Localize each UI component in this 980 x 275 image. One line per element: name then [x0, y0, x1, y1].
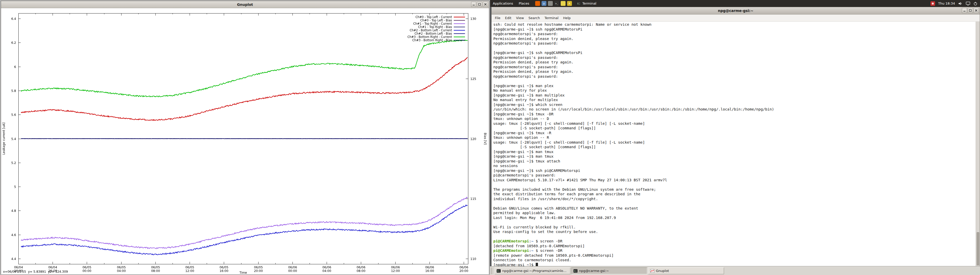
- menu-item-view[interactable]: View: [514, 15, 526, 21]
- terminal-scrollbar[interactable]: [976, 22, 980, 266]
- minimize-icon[interactable]: [471, 2, 476, 7]
- terminal-line: No manual entry for multiplex: [493, 98, 975, 102]
- terminal-line: the exact distribution terms for each pr…: [493, 192, 975, 197]
- taskbar-window-label: Gnuplot: [656, 269, 669, 273]
- terminal-line: [npg@carme-gsi ~]$ man tmux: [493, 150, 975, 154]
- legend-line-sample: [454, 16, 465, 18]
- legend-label: Ch#0 - Top Left - Bias: [420, 19, 452, 22]
- terminal-line: individual files in /usr/share/doc/*/cop…: [493, 197, 975, 201]
- terminal-line: [493, 201, 975, 206]
- terminal-line: Permission denied, please try again.: [493, 60, 975, 65]
- terminal-line: pi@CARMEmotorspi:~ $ screen -DR: [493, 239, 975, 244]
- menu-item-search[interactable]: Search: [526, 15, 542, 21]
- right-monitor: ApplicationsPlaces @>_A >_ Terminal Thu …: [490, 0, 980, 275]
- legend-line-sample: [454, 33, 465, 34]
- firefox-icon[interactable]: [535, 1, 540, 6]
- terminal-icon: >_: [573, 269, 578, 273]
- menu-item-file[interactable]: File: [493, 15, 503, 21]
- panel-menu-places[interactable]: Places: [516, 0, 532, 7]
- legend-entry: Ch#0 - Top Left - Current: [407, 15, 465, 19]
- terminal-line: The programs included with the Debian GN…: [493, 187, 975, 192]
- gnuplot-window: Gnuplot Ch#0 - Top Left - CurrentCh#0 - …: [1, 1, 489, 274]
- menu-item-terminal[interactable]: Terminal: [542, 15, 561, 21]
- terminal-line: [npg@carme-gsi ~]$ man tmux: [493, 154, 975, 159]
- minimize-icon[interactable]: [962, 8, 967, 13]
- legend-line-sample: [454, 40, 465, 41]
- taskbar-window-button[interactable]: Gnuplot: [648, 267, 724, 274]
- terminal-line: pi@CARMEmotorspi:~ $ screen -DR: [493, 248, 975, 253]
- legend-line-sample: [454, 23, 465, 24]
- taskbar-window-button[interactable]: >_npg@carme-gsi:~/Programs/caminlog...: [495, 267, 570, 274]
- gnuplot-titlebar[interactable]: Gnuplot: [1, 1, 489, 8]
- display-icon[interactable]: [966, 2, 970, 6]
- svg-text:>_: >_: [497, 270, 500, 272]
- panel-launchers: @>_A: [535, 1, 572, 6]
- terminal-line: [npg@carme-gsi ~]$ tmux -R: [493, 131, 975, 136]
- terminal-line: Last login: Mon May 6 19:41:08 2024 from…: [493, 215, 975, 220]
- terminal-titlebar[interactable]: npg@carme-gsi:~: [492, 7, 980, 14]
- legend-label: Ch#1 - Top Right - Bias: [418, 25, 452, 29]
- taskbar-handle[interactable]: [491, 268, 493, 274]
- terminal-icon: >_: [576, 2, 581, 5]
- power-icon[interactable]: [974, 2, 977, 6]
- legend-line-sample: [454, 20, 465, 21]
- menu-item-help[interactable]: Help: [561, 15, 573, 21]
- terminal-line: tmux: unknown option -- D: [493, 116, 975, 121]
- files-icon[interactable]: [548, 1, 553, 6]
- email-icon[interactable]: @: [542, 1, 546, 6]
- maximize-icon[interactable]: [968, 8, 973, 13]
- terminal-line: [npg@carme-gsi ~]$: [493, 262, 975, 266]
- legend-entry: Ch#1 - Top Right - Current: [407, 22, 465, 25]
- volume-icon[interactable]: [958, 2, 963, 6]
- taskbar-window-button[interactable]: >_npg@carme-gsi:~: [571, 267, 647, 274]
- terminal-line: [493, 220, 975, 225]
- terminal-window: npg@carme-gsi:~ FileEditViewSearchTermin…: [491, 7, 980, 266]
- svg-text:>_: >_: [577, 3, 580, 5]
- terminal-line: usage: tmux [-28lquvV] [-c shell-command…: [493, 121, 975, 126]
- terminal-launcher-icon[interactable]: >_: [554, 1, 559, 6]
- terminal-line: ssh: Could not resolve hostname carmemot…: [493, 22, 975, 27]
- legend-label: Ch#1 - Top Right - Current: [413, 22, 452, 25]
- legend-entry: Ch#1 - Top Right - Bias: [407, 25, 465, 28]
- terminal-line: [493, 182, 975, 187]
- terminal-line: Permission denied, please try again.: [493, 69, 975, 74]
- clock[interactable]: Thu 18:34: [938, 2, 955, 5]
- terminal-line: [npg@carme-gsi ~]$ man plex: [493, 84, 975, 89]
- plot-legend: Ch#0 - Top Left - CurrentCh#0 - Top Left…: [407, 15, 465, 42]
- scrollbar-thumb[interactable]: [977, 232, 979, 266]
- terminal-line: npg@carmemotorspi's password:: [493, 74, 975, 79]
- terminal-line: [detached from 10569.pts-0.CARMEmotorspi…: [493, 244, 975, 248]
- close-icon[interactable]: [974, 8, 979, 13]
- menu-item-edit[interactable]: Edit: [503, 15, 514, 21]
- legend-line-sample: [454, 30, 465, 31]
- terminal-line: [493, 46, 975, 51]
- legend-entry: Ch#2 - Bottom Left - Current: [407, 28, 465, 32]
- terminal-line: /usr/bin/which: no screen in (/usr/local…: [493, 107, 975, 112]
- terminal-line: permitted by applicable law.: [493, 210, 975, 215]
- gnuplot-plot-area[interactable]: Ch#0 - Top Left - CurrentCh#0 - Top Left…: [1, 8, 489, 274]
- legend-label: Ch#3 - Bottom Right - Current: [407, 35, 452, 39]
- plot-canvas[interactable]: [1, 8, 489, 274]
- terminal-line: No manual entry for plex: [493, 88, 975, 93]
- terminal-line: npg@carmemotorspi's password:: [493, 65, 975, 70]
- terminal-body[interactable]: ssh: Could not resolve hostname carmemot…: [492, 22, 980, 266]
- legend-entry: Ch#0 - Top Left - Bias: [407, 19, 465, 22]
- characters-icon[interactable]: A: [567, 1, 572, 6]
- terminal-line: [remote power detached from 10569.pts-0.…: [493, 253, 975, 258]
- left-monitor: Gnuplot Ch#0 - Top Left - CurrentCh#0 - …: [0, 0, 490, 275]
- notes-icon[interactable]: [561, 1, 566, 6]
- terminal-line: Linux CARMEmotorspi 5.10.17-v7l+ #1421 S…: [493, 178, 975, 183]
- terminal-line: [npg@carme-gsi ~]$ ssh pi@CARMEMotorspi: [493, 168, 975, 173]
- terminal-line: Debian GNU/Linux comes with ABSOLUTELY N…: [493, 206, 975, 211]
- legend-label: Ch#2 - Bottom Left - Current: [410, 28, 452, 32]
- panel-menu-applications[interactable]: Applications: [490, 0, 516, 7]
- terminal-line: npg@carmemotorspi's password:: [493, 32, 975, 36]
- terminal-line: npg@carmemotorspi's password:: [493, 41, 975, 46]
- legend-label: Ch#2 - Bottom Left - Bias: [414, 32, 452, 35]
- focused-app-indicator[interactable]: >_ Terminal: [576, 2, 597, 5]
- maximize-icon[interactable]: [477, 2, 482, 7]
- terminal-window-title: npg@carme-gsi:~: [492, 9, 980, 13]
- close-icon[interactable]: [483, 2, 488, 7]
- record-icon[interactable]: [931, 1, 935, 6]
- terminal-line: [-S socket-path] [command [flags]]: [493, 126, 975, 131]
